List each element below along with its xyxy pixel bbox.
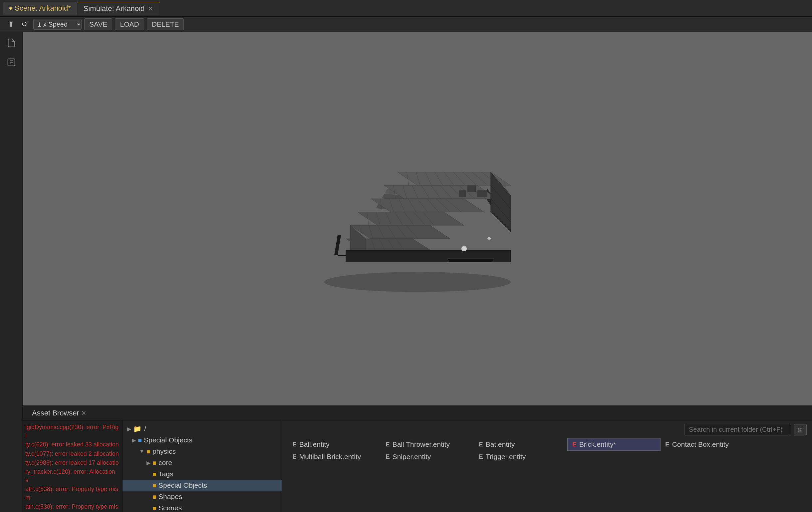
- asset-brick-entity[interactable]: E Brick.entity*: [567, 438, 661, 451]
- tree-shapes[interactable]: ▶ ■ Shapes: [122, 491, 282, 502]
- multiball-brick-entity-icon: E: [292, 453, 297, 460]
- tree-tags[interactable]: ▶ ■ Tags: [122, 468, 282, 480]
- error-line-4: ty.c(2983): error leaked 17 allocatio: [25, 459, 119, 467]
- simulate-tab-close[interactable]: ✕: [148, 5, 153, 13]
- svg-point-73: [487, 237, 491, 240]
- tree-core[interactable]: ▶ ■ core: [122, 457, 282, 468]
- tab-scene[interactable]: Scene: Arkanoid*: [3, 2, 77, 15]
- sniper-entity-icon: E: [385, 453, 390, 460]
- asset-search-input[interactable]: [685, 424, 791, 435]
- bat-entity-label: Bat.entity: [486, 440, 515, 448]
- ball-thrower-entity-icon: E: [385, 441, 390, 448]
- tree-root[interactable]: ▶ 📁 /: [122, 423, 282, 434]
- error-line-1: igidDynamic.cpp(230): error: PxRigi: [25, 423, 119, 440]
- special-objects-nested-label: Special Objects: [158, 481, 207, 489]
- svg-rect-64: [467, 186, 476, 192]
- svg-marker-41: [357, 212, 464, 225]
- tab-bar: Scene: Arkanoid* Simulate: Arkanoid ✕: [0, 0, 812, 17]
- error-line-6: ath.c(538): error: Property type mism: [25, 485, 119, 502]
- svg-rect-65: [459, 191, 466, 197]
- tags-folder-icon: ■: [152, 471, 156, 478]
- asset-files: ⊞ E Ball.entity E Ball Thrower.entity: [282, 421, 812, 512]
- brick-entity-label: Brick.entity*: [579, 440, 616, 448]
- asset-bat-entity[interactable]: E Bat.entity: [474, 438, 567, 451]
- asset-contact-box-entity[interactable]: E Contact Box.entity: [661, 438, 754, 451]
- asset-browser-tab[interactable]: Asset Browser ✕: [27, 407, 91, 420]
- multiball-brick-entity-label: Multiball Brick.entity: [299, 453, 361, 461]
- special-objects-arrow: ▶: [132, 437, 136, 444]
- svg-marker-49: [350, 225, 450, 239]
- pause-button[interactable]: ⏸: [5, 19, 17, 29]
- tab-dot: [9, 7, 12, 10]
- special-objects-label: Special Objects: [144, 436, 193, 444]
- bottom-panel-body: igidDynamic.cpp(230): error: PxRigi ty.c…: [23, 421, 812, 512]
- tree-scenes[interactable]: ▶ ■ Scenes: [122, 502, 282, 512]
- trigger-entity-label: Trigger.entity: [486, 453, 526, 461]
- error-line-7: ath.c(538): error: Property type mism: [25, 503, 119, 512]
- error-line-3: ty.c(1077): error leaked 2 allocation: [25, 450, 119, 458]
- scenes-label: Scenes: [158, 504, 182, 512]
- physics-arrow: ▼: [139, 448, 144, 454]
- error-line-2: ty.c(620): error leaked 33 allocation: [25, 440, 119, 449]
- svg-marker-32: [371, 199, 484, 212]
- tree-special-objects-nested[interactable]: ▶ ■ Special Objects: [122, 480, 282, 491]
- tree-root-label: /: [144, 425, 146, 433]
- brick-entity-icon: E: [572, 441, 577, 448]
- bottom-panel: Asset Browser ✕ igidDynamic.cpp(230): er…: [23, 405, 812, 512]
- restart-button[interactable]: ↺: [19, 19, 29, 29]
- sidebar-doc-icon[interactable]: [6, 57, 17, 68]
- asset-sniper-entity[interactable]: E Sniper.entity: [381, 451, 474, 463]
- svg-marker-72: [447, 259, 494, 262]
- core-arrow: ▶: [146, 460, 150, 466]
- special-objects-folder-icon: ■: [138, 436, 142, 444]
- delete-button[interactable]: DELETE: [147, 18, 184, 30]
- speed-control: 1 x Speed 0.5 x Speed 2 x Speed: [33, 19, 82, 30]
- asset-ball-thrower-entity[interactable]: E Ball Thrower.entity: [381, 438, 474, 451]
- speed-select[interactable]: 1 x Speed 0.5 x Speed 2 x Speed: [33, 19, 82, 30]
- simulate-tab-label: Simulate: Arkanoid: [84, 4, 144, 13]
- asset-tree: ▶ 📁 / ▶ ■ Special Objects ▼ ■ physics: [122, 421, 282, 512]
- bat-entity-icon: E: [479, 441, 483, 448]
- svg-point-4: [324, 272, 511, 292]
- tab-simulate[interactable]: Simulate: Arkanoid ✕: [78, 2, 160, 15]
- left-sidebar: [0, 32, 23, 512]
- toolbar: ⏸ ↺ 1 x Speed 0.5 x Speed 2 x Speed SAVE…: [0, 17, 812, 32]
- special-objects-nested-icon: ■: [152, 482, 156, 489]
- save-button[interactable]: SAVE: [84, 18, 112, 30]
- core-label: core: [158, 459, 172, 467]
- viewport-content: [23, 32, 812, 405]
- asset-trigger-entity[interactable]: E Trigger.entity: [474, 451, 567, 463]
- asset-ball-entity[interactable]: E Ball.entity: [288, 438, 381, 451]
- brick-grid: [346, 172, 511, 262]
- shapes-label: Shapes: [158, 493, 182, 501]
- asset-browser-tab-close[interactable]: ✕: [81, 409, 86, 417]
- root-arrow: ▶: [127, 426, 131, 432]
- bottom-panel-tabs: Asset Browser ✕: [23, 406, 812, 421]
- root-icon: 📁: [133, 425, 142, 433]
- asset-grid: E Ball.entity E Ball Thrower.entity E Ba…: [288, 438, 807, 463]
- scene-tab-label: Scene: Arkanoid*: [14, 4, 71, 13]
- asset-multiball-brick-entity[interactable]: E Multiball Brick.entity: [288, 451, 381, 463]
- scene-view: [301, 142, 534, 295]
- sidebar-file-icon[interactable]: [6, 37, 17, 49]
- load-button[interactable]: LOAD: [115, 18, 144, 30]
- ball-entity-label: Ball.entity: [299, 440, 329, 448]
- svg-rect-63: [477, 191, 487, 197]
- ball-entity-icon: E: [292, 441, 297, 448]
- error-log: igidDynamic.cpp(230): error: PxRigi ty.c…: [23, 421, 122, 512]
- svg-point-71: [461, 246, 467, 251]
- search-grid-button[interactable]: ⊞: [794, 424, 807, 435]
- svg-marker-5: [334, 235, 341, 255]
- tree-physics[interactable]: ▼ ■ physics: [122, 446, 282, 457]
- asset-search-row: ⊞: [288, 424, 807, 435]
- sniper-entity-label: Sniper.entity: [393, 453, 431, 461]
- shapes-folder-icon: ■: [152, 493, 156, 501]
- asset-browser-tab-label: Asset Browser: [32, 409, 79, 418]
- scenes-folder-icon: ■: [152, 504, 156, 512]
- contact-box-entity-label: Contact Box.entity: [672, 440, 729, 448]
- main-layout: Asset Browser ✕ igidDynamic.cpp(230): er…: [0, 32, 812, 512]
- tree-special-objects[interactable]: ▶ ■ Special Objects: [122, 434, 282, 446]
- viewport[interactable]: Asset Browser ✕ igidDynamic.cpp(230): er…: [23, 32, 812, 512]
- contact-box-entity-icon: E: [665, 441, 669, 448]
- error-line-5: ry_tracker.c(120): error: Allocation s: [25, 468, 119, 484]
